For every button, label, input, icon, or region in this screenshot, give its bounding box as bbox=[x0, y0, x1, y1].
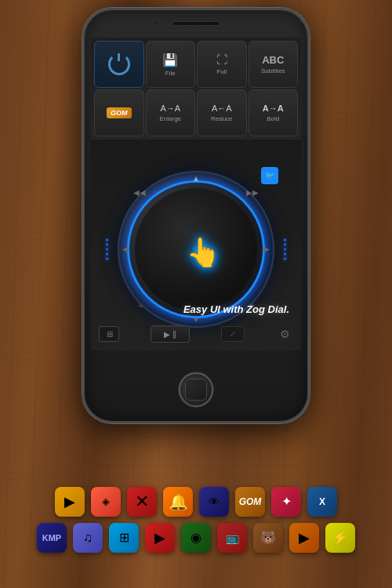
dial-area: ▲ ▼ ◀ ▶ ◀◀ ▶▶ ◀ ▶ 👆 bbox=[91, 140, 301, 350]
app-icon-eye[interactable]: 👁 bbox=[199, 487, 229, 517]
dial-arrow-left[interactable]: ◀ bbox=[121, 245, 130, 254]
home-button[interactable] bbox=[179, 372, 213, 407]
side-dots-right bbox=[284, 238, 286, 260]
dot bbox=[106, 243, 108, 245]
dot bbox=[284, 248, 286, 250]
dial-arrow-bottom-left[interactable]: ◀ bbox=[135, 301, 144, 310]
play-pause-button[interactable]: ▶ ‖ bbox=[151, 325, 190, 343]
full-label: Full bbox=[216, 68, 227, 75]
subtitles-button[interactable]: ABC Subtitles bbox=[249, 41, 299, 88]
dot bbox=[106, 238, 108, 241]
power-button[interactable] bbox=[94, 41, 144, 88]
dial-arrow-top-right[interactable]: ▶▶ bbox=[248, 188, 257, 198]
app-icons-row-1: ▶ ◈ ✕ 🔔 👁 GOM ✦ X bbox=[55, 487, 337, 517]
app-icon-plex[interactable]: ▶ bbox=[55, 487, 85, 517]
app-icon-daum[interactable]: ▶ bbox=[145, 523, 175, 553]
dot bbox=[284, 238, 286, 241]
app-icon-bear[interactable]: 🐻 bbox=[253, 523, 283, 553]
enlarge-label: Enlarge bbox=[159, 115, 181, 122]
app-icon-kmp[interactable]: KMP bbox=[37, 523, 67, 553]
controls-grid: 💾 File ⛶ Full ABC Subtitles GOM A→A Enla… bbox=[91, 38, 301, 140]
dot bbox=[284, 257, 286, 260]
app-icons-row-2: KMP ♫ ⊞ ▶ ◉ 📺 🐻 ▶ ⚡ bbox=[37, 523, 355, 553]
full-icon: ⛶ bbox=[216, 53, 227, 66]
enlarge-button[interactable]: A→A Enlarge bbox=[146, 89, 196, 136]
reduce-button[interactable]: A←A Reduce bbox=[197, 89, 247, 136]
twitter-button[interactable]: 🐦 bbox=[261, 167, 278, 184]
screen-mode-button[interactable]: 🖥 bbox=[99, 326, 119, 342]
abc-icon: ABC bbox=[262, 55, 284, 65]
bottom-controls-bar: 🖥 ▶ ‖ ⤢ ⚙ bbox=[99, 325, 293, 343]
resize-icon: ⤢ bbox=[230, 330, 236, 338]
file-button[interactable]: 💾 File bbox=[146, 41, 196, 88]
app-icon-windows[interactable]: ⊞ bbox=[109, 523, 139, 553]
dot bbox=[106, 248, 108, 250]
dial-arrow-top[interactable]: ▲ bbox=[191, 174, 201, 183]
resize-button[interactable]: ⤢ bbox=[221, 326, 245, 342]
easy-ui-text: Easy UI with Zog Dial. bbox=[183, 303, 289, 315]
phone-camera bbox=[153, 20, 159, 26]
screen-mode-icon: 🖥 bbox=[105, 329, 114, 339]
dot bbox=[284, 252, 286, 255]
app-icon-bolt[interactable]: ⚡ bbox=[325, 523, 355, 553]
phone-screen: 💾 File ⛶ Full ABC Subtitles GOM A→A Enla… bbox=[91, 38, 301, 350]
full-button[interactable]: ⛶ Full bbox=[197, 41, 247, 88]
home-button-inner bbox=[185, 379, 207, 401]
side-dots-left bbox=[106, 238, 108, 260]
settings-button[interactable]: ⚙ bbox=[276, 325, 293, 343]
app-icon-play2[interactable]: ▶ bbox=[289, 523, 319, 553]
dial-arrow-right[interactable]: ▶ bbox=[262, 245, 271, 254]
play-pause-icon: ▶ ‖ bbox=[164, 330, 176, 339]
app-icon-crystal[interactable]: ✦ bbox=[271, 487, 301, 517]
bold-icon: A→A bbox=[263, 103, 284, 113]
dial-arrow-bottom[interactable]: ▼ bbox=[191, 315, 201, 325]
reduce-label: Reduce bbox=[211, 115, 233, 122]
power-icon bbox=[108, 53, 130, 75]
app-icon-airplay[interactable]: ◈ bbox=[91, 487, 121, 517]
app-icon-iptv[interactable]: 📺 bbox=[217, 523, 247, 553]
dial-arrow-top-left[interactable]: ◀◀ bbox=[135, 188, 144, 198]
file-icon: 💾 bbox=[162, 53, 178, 67]
bold-label: Bold bbox=[267, 115, 279, 122]
dot bbox=[106, 257, 108, 260]
file-label: File bbox=[165, 70, 176, 77]
app-icon-vlc[interactable]: 🔔 bbox=[163, 487, 193, 517]
enlarge-icon: A→A bbox=[160, 103, 180, 113]
phone-device: 💾 File ⛶ Full ABC Subtitles GOM A→A Enla… bbox=[82, 8, 310, 423]
bold-button[interactable]: A→A Bold bbox=[249, 89, 299, 136]
dot bbox=[284, 243, 286, 245]
gear-icon: ⚙ bbox=[280, 328, 290, 340]
app-icons-section: ▶ ◈ ✕ 🔔 👁 GOM ✦ X KMP ♫ ⊞ ▶ ◉ 📺 🐻 ▶ ⚡ bbox=[0, 451, 392, 588]
hand-cursor-icon: 👆 bbox=[186, 236, 221, 269]
twitter-icon: 🐦 bbox=[265, 171, 274, 180]
subtitles-label: Subtitles bbox=[261, 67, 285, 74]
gom-button[interactable]: GOM bbox=[94, 89, 144, 136]
app-icon-music[interactable]: ♫ bbox=[73, 523, 103, 553]
app-icon-cross[interactable]: ✕ bbox=[127, 487, 157, 517]
app-icon-disc[interactable]: ◉ bbox=[181, 523, 211, 553]
app-icon-gom[interactable]: GOM bbox=[235, 487, 265, 517]
dot bbox=[106, 252, 108, 255]
reduce-icon: A←A bbox=[212, 103, 232, 113]
gom-badge: GOM bbox=[107, 107, 132, 118]
phone-speaker bbox=[172, 21, 220, 26]
app-icon-xbmc[interactable]: X bbox=[307, 487, 337, 517]
